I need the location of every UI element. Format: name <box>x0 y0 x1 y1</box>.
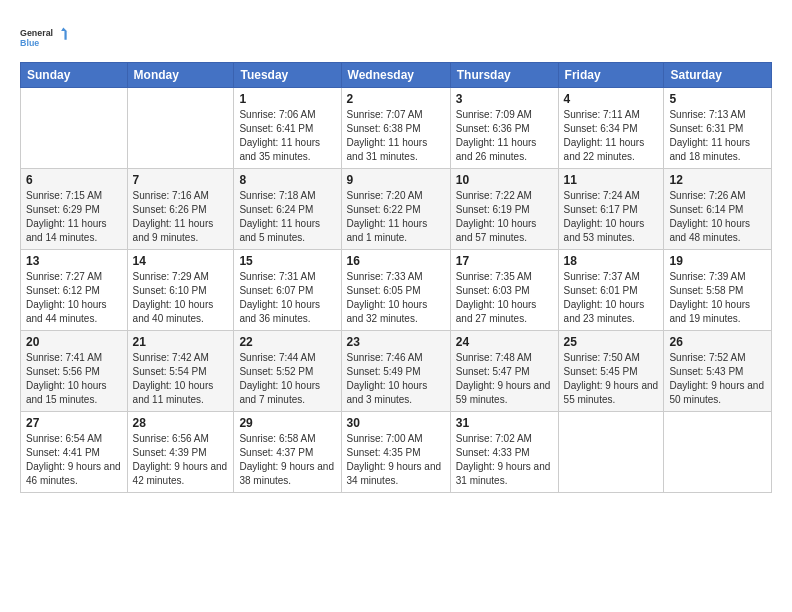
day-info: Sunrise: 7:39 AM Sunset: 5:58 PM Dayligh… <box>669 270 766 326</box>
day-cell: 21Sunrise: 7:42 AM Sunset: 5:54 PM Dayli… <box>127 331 234 412</box>
day-cell <box>558 412 664 493</box>
day-info: Sunrise: 7:06 AM Sunset: 6:41 PM Dayligh… <box>239 108 335 164</box>
day-info: Sunrise: 7:15 AM Sunset: 6:29 PM Dayligh… <box>26 189 122 245</box>
day-cell: 26Sunrise: 7:52 AM Sunset: 5:43 PM Dayli… <box>664 331 772 412</box>
day-info: Sunrise: 7:46 AM Sunset: 5:49 PM Dayligh… <box>347 351 445 407</box>
day-number: 20 <box>26 335 122 349</box>
day-cell: 19Sunrise: 7:39 AM Sunset: 5:58 PM Dayli… <box>664 250 772 331</box>
day-number: 17 <box>456 254 553 268</box>
week-row-5: 27Sunrise: 6:54 AM Sunset: 4:41 PM Dayli… <box>21 412 772 493</box>
day-info: Sunrise: 7:35 AM Sunset: 6:03 PM Dayligh… <box>456 270 553 326</box>
day-number: 3 <box>456 92 553 106</box>
svg-text:Blue: Blue <box>20 38 39 48</box>
svg-text:General: General <box>20 28 53 38</box>
day-info: Sunrise: 6:56 AM Sunset: 4:39 PM Dayligh… <box>133 432 229 488</box>
day-number: 2 <box>347 92 445 106</box>
day-info: Sunrise: 6:54 AM Sunset: 4:41 PM Dayligh… <box>26 432 122 488</box>
day-info: Sunrise: 7:44 AM Sunset: 5:52 PM Dayligh… <box>239 351 335 407</box>
day-cell: 30Sunrise: 7:00 AM Sunset: 4:35 PM Dayli… <box>341 412 450 493</box>
day-info: Sunrise: 7:52 AM Sunset: 5:43 PM Dayligh… <box>669 351 766 407</box>
day-number: 28 <box>133 416 229 430</box>
day-cell: 2Sunrise: 7:07 AM Sunset: 6:38 PM Daylig… <box>341 88 450 169</box>
day-number: 18 <box>564 254 659 268</box>
day-cell: 6Sunrise: 7:15 AM Sunset: 6:29 PM Daylig… <box>21 169 128 250</box>
day-cell: 9Sunrise: 7:20 AM Sunset: 6:22 PM Daylig… <box>341 169 450 250</box>
day-number: 24 <box>456 335 553 349</box>
day-number: 12 <box>669 173 766 187</box>
day-number: 10 <box>456 173 553 187</box>
day-number: 1 <box>239 92 335 106</box>
day-number: 7 <box>133 173 229 187</box>
day-cell: 16Sunrise: 7:33 AM Sunset: 6:05 PM Dayli… <box>341 250 450 331</box>
day-number: 6 <box>26 173 122 187</box>
col-header-tuesday: Tuesday <box>234 63 341 88</box>
day-info: Sunrise: 7:11 AM Sunset: 6:34 PM Dayligh… <box>564 108 659 164</box>
day-cell: 20Sunrise: 7:41 AM Sunset: 5:56 PM Dayli… <box>21 331 128 412</box>
day-info: Sunrise: 7:00 AM Sunset: 4:35 PM Dayligh… <box>347 432 445 488</box>
day-cell: 5Sunrise: 7:13 AM Sunset: 6:31 PM Daylig… <box>664 88 772 169</box>
day-number: 5 <box>669 92 766 106</box>
day-info: Sunrise: 7:09 AM Sunset: 6:36 PM Dayligh… <box>456 108 553 164</box>
page: General Blue SundayMondayTuesdayWednesda… <box>0 0 792 503</box>
day-number: 29 <box>239 416 335 430</box>
day-info: Sunrise: 7:18 AM Sunset: 6:24 PM Dayligh… <box>239 189 335 245</box>
day-info: Sunrise: 7:22 AM Sunset: 6:19 PM Dayligh… <box>456 189 553 245</box>
day-info: Sunrise: 7:27 AM Sunset: 6:12 PM Dayligh… <box>26 270 122 326</box>
day-number: 15 <box>239 254 335 268</box>
week-row-4: 20Sunrise: 7:41 AM Sunset: 5:56 PM Dayli… <box>21 331 772 412</box>
day-cell: 18Sunrise: 7:37 AM Sunset: 6:01 PM Dayli… <box>558 250 664 331</box>
day-info: Sunrise: 6:58 AM Sunset: 4:37 PM Dayligh… <box>239 432 335 488</box>
day-cell: 1Sunrise: 7:06 AM Sunset: 6:41 PM Daylig… <box>234 88 341 169</box>
day-number: 9 <box>347 173 445 187</box>
day-cell: 17Sunrise: 7:35 AM Sunset: 6:03 PM Dayli… <box>450 250 558 331</box>
day-info: Sunrise: 7:13 AM Sunset: 6:31 PM Dayligh… <box>669 108 766 164</box>
day-cell <box>21 88 128 169</box>
day-cell: 4Sunrise: 7:11 AM Sunset: 6:34 PM Daylig… <box>558 88 664 169</box>
day-cell: 7Sunrise: 7:16 AM Sunset: 6:26 PM Daylig… <box>127 169 234 250</box>
day-cell: 23Sunrise: 7:46 AM Sunset: 5:49 PM Dayli… <box>341 331 450 412</box>
day-number: 22 <box>239 335 335 349</box>
day-cell: 13Sunrise: 7:27 AM Sunset: 6:12 PM Dayli… <box>21 250 128 331</box>
svg-marker-2 <box>61 28 70 40</box>
day-info: Sunrise: 7:16 AM Sunset: 6:26 PM Dayligh… <box>133 189 229 245</box>
day-cell: 28Sunrise: 6:56 AM Sunset: 4:39 PM Dayli… <box>127 412 234 493</box>
day-cell <box>127 88 234 169</box>
day-info: Sunrise: 7:48 AM Sunset: 5:47 PM Dayligh… <box>456 351 553 407</box>
header: General Blue <box>20 18 772 56</box>
day-number: 19 <box>669 254 766 268</box>
day-info: Sunrise: 7:42 AM Sunset: 5:54 PM Dayligh… <box>133 351 229 407</box>
day-cell: 25Sunrise: 7:50 AM Sunset: 5:45 PM Dayli… <box>558 331 664 412</box>
calendar-table: SundayMondayTuesdayWednesdayThursdayFrid… <box>20 62 772 493</box>
day-info: Sunrise: 7:37 AM Sunset: 6:01 PM Dayligh… <box>564 270 659 326</box>
day-cell: 15Sunrise: 7:31 AM Sunset: 6:07 PM Dayli… <box>234 250 341 331</box>
day-number: 30 <box>347 416 445 430</box>
logo: General Blue <box>20 18 70 56</box>
day-number: 13 <box>26 254 122 268</box>
day-cell: 10Sunrise: 7:22 AM Sunset: 6:19 PM Dayli… <box>450 169 558 250</box>
col-header-saturday: Saturday <box>664 63 772 88</box>
day-cell <box>664 412 772 493</box>
day-number: 16 <box>347 254 445 268</box>
week-row-1: 1Sunrise: 7:06 AM Sunset: 6:41 PM Daylig… <box>21 88 772 169</box>
day-info: Sunrise: 7:20 AM Sunset: 6:22 PM Dayligh… <box>347 189 445 245</box>
day-number: 11 <box>564 173 659 187</box>
col-header-wednesday: Wednesday <box>341 63 450 88</box>
day-info: Sunrise: 7:31 AM Sunset: 6:07 PM Dayligh… <box>239 270 335 326</box>
week-row-2: 6Sunrise: 7:15 AM Sunset: 6:29 PM Daylig… <box>21 169 772 250</box>
day-info: Sunrise: 7:24 AM Sunset: 6:17 PM Dayligh… <box>564 189 659 245</box>
day-number: 14 <box>133 254 229 268</box>
day-number: 23 <box>347 335 445 349</box>
day-cell: 24Sunrise: 7:48 AM Sunset: 5:47 PM Dayli… <box>450 331 558 412</box>
day-info: Sunrise: 7:02 AM Sunset: 4:33 PM Dayligh… <box>456 432 553 488</box>
day-cell: 27Sunrise: 6:54 AM Sunset: 4:41 PM Dayli… <box>21 412 128 493</box>
col-header-friday: Friday <box>558 63 664 88</box>
day-info: Sunrise: 7:07 AM Sunset: 6:38 PM Dayligh… <box>347 108 445 164</box>
day-number: 31 <box>456 416 553 430</box>
day-info: Sunrise: 7:41 AM Sunset: 5:56 PM Dayligh… <box>26 351 122 407</box>
day-number: 21 <box>133 335 229 349</box>
day-number: 26 <box>669 335 766 349</box>
day-number: 4 <box>564 92 659 106</box>
day-cell: 12Sunrise: 7:26 AM Sunset: 6:14 PM Dayli… <box>664 169 772 250</box>
col-header-thursday: Thursday <box>450 63 558 88</box>
day-info: Sunrise: 7:33 AM Sunset: 6:05 PM Dayligh… <box>347 270 445 326</box>
